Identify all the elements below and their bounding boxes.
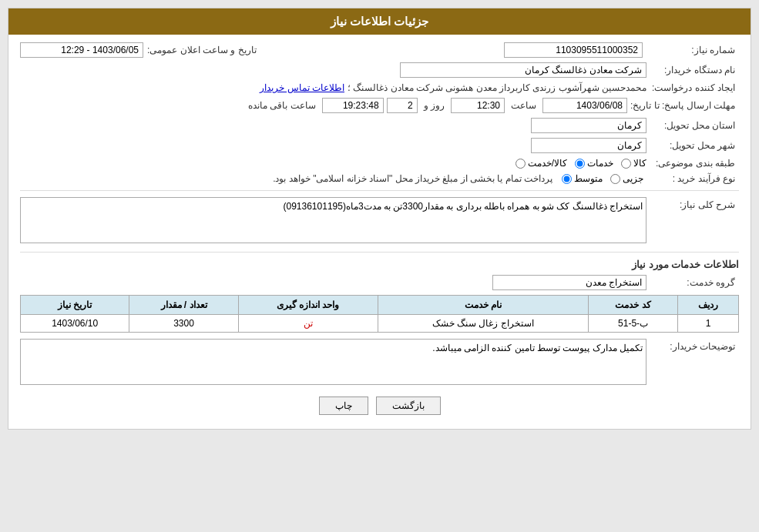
mohlat-label: مهلت ارسال پاسخ: تا تاریخ:: [630, 100, 739, 111]
nooe-radio-group: متوسط جزیی: [562, 173, 643, 184]
page-title: جزئیات اطلاعات نیاز: [8, 8, 751, 35]
col-code: کد خدمت: [588, 296, 677, 315]
service-section-title: اطلاعات خدمات مورد نیاز: [20, 259, 739, 270]
ostan-input[interactable]: [531, 118, 646, 133]
table-row: 1 ب-5-51 استخراج زغال سنگ خشک تن 3300 14…: [21, 315, 739, 333]
baqi-label: ساعت باقی مانده: [248, 100, 316, 111]
sharh-niaz-label: شرح کلی نیاز:: [646, 197, 739, 210]
tozihat-label: توضیحات خریدار:: [646, 339, 739, 352]
shenare-niaz-input[interactable]: [504, 42, 643, 58]
nooe-motawaset[interactable]: متوسط: [562, 173, 603, 184]
service-table: ردیف کد خدمت نام خدمت واحد اندازه گیری ت…: [20, 295, 739, 333]
nooe-farayand-label: نوع فرآیند خرید :: [646, 173, 739, 184]
col-tedad: تعداد / مقدار: [129, 296, 238, 315]
tabaqe-label: طبقه بندی موضوعی:: [646, 158, 739, 169]
ejad-label: ایجاد کننده درخواست:: [646, 82, 739, 93]
cell-vahed: تن: [238, 315, 378, 333]
cell-code: ب-5-51: [588, 315, 677, 333]
col-tarikh: تاریخ نیاز: [21, 296, 129, 315]
goroh-label: گروه خدمت:: [646, 277, 739, 288]
divider-2: [20, 252, 739, 253]
baqi-input[interactable]: [322, 98, 384, 113]
divider-1: [20, 190, 739, 191]
sharh-niaz-textarea[interactable]: [20, 197, 646, 243]
col-name: نام خدمت: [378, 296, 588, 315]
ejad-value: محمدحسین شهرآشوب زرندی کاربرداز معدن هشو…: [348, 82, 646, 93]
nooe-description: پرداخت تمام یا بخشی از مبلغ خریداز محل "…: [273, 173, 552, 184]
tarikh-aalan-label: تاریخ و ساعت اعلان عمومی:: [147, 45, 260, 55]
saat-label: ساعت: [511, 100, 536, 111]
saat-input[interactable]: [451, 98, 505, 113]
rooz-input[interactable]: [387, 98, 418, 113]
name-dastgah-label: نام دستگاه خریدار:: [646, 65, 739, 75]
tabaqe-kala[interactable]: کالا: [621, 158, 646, 169]
date-input[interactable]: [542, 98, 627, 113]
tozihat-textarea[interactable]: [20, 339, 646, 385]
goroh-input[interactable]: [492, 275, 646, 290]
name-dastgah-input[interactable]: [400, 62, 646, 78]
tarikh-aalan-input[interactable]: [20, 42, 143, 58]
back-button[interactable]: بازگشت: [376, 396, 441, 415]
shahr-label: شهر محل تحویل:: [646, 140, 739, 151]
ostan-label: استان محل تحویل:: [646, 120, 739, 131]
tabaqe-radio-group: کالا/خدمت خدمات کالا: [516, 158, 646, 169]
tabaqe-khadamat[interactable]: خدمات: [575, 158, 613, 169]
shahr-input[interactable]: [531, 138, 646, 153]
nooe-jozi[interactable]: جزیی: [610, 173, 643, 184]
cell-name: استخراج زغال سنگ خشک: [378, 315, 588, 333]
rooz-label: روز و: [424, 100, 445, 111]
print-button[interactable]: چاپ: [319, 396, 368, 415]
bottom-buttons: بازگشت چاپ: [20, 396, 739, 415]
col-radif: ردیف: [678, 296, 739, 315]
cell-radif: 1: [678, 315, 739, 333]
col-vahed: واحد اندازه گیری: [238, 296, 378, 315]
tabaqe-kala-khadamat[interactable]: کالا/خدمت: [516, 158, 567, 169]
cell-tarikh: 1403/06/10: [21, 315, 129, 333]
cell-tedad: 3300: [129, 315, 238, 333]
shenare-niaz-label: شماره نیاز:: [646, 45, 739, 55]
ejad-link[interactable]: اطلاعات تماس خریدار: [260, 82, 344, 93]
